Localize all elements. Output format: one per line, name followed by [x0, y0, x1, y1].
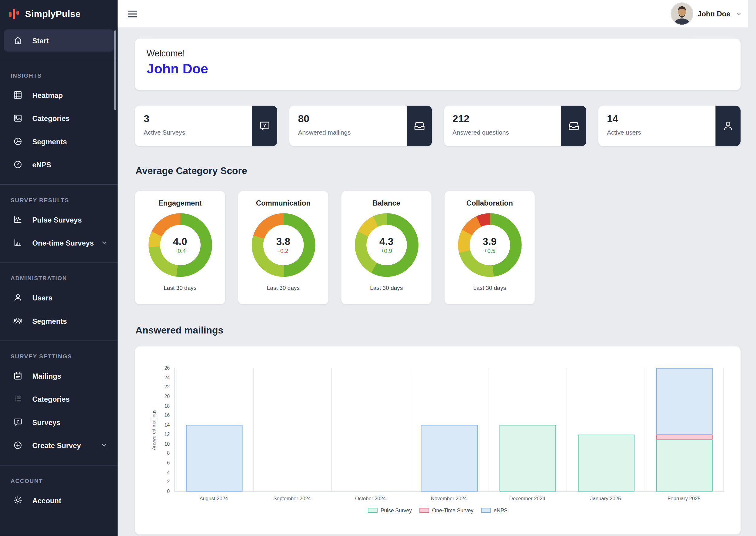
score-value: 4.0 — [173, 236, 187, 247]
y-tick-label: 4 — [167, 470, 170, 475]
sidebar-item-label: One-time Surveys — [32, 239, 94, 247]
communication-donut-chart: 3.8 -0.2 — [251, 213, 315, 277]
x-tick-label: August 2024 — [174, 495, 253, 501]
chart-legend: Pulse SurveyOne-Time SurveyeNPS — [135, 508, 741, 513]
gridline — [331, 368, 332, 491]
bar-segment — [656, 368, 713, 434]
sidebar-item-label: Segments — [32, 137, 67, 146]
plus-circle-icon — [13, 441, 23, 450]
score-value: 3.8 — [276, 236, 290, 247]
y-tick-label: 16 — [164, 413, 170, 418]
sidebar-scrollbar-thumb[interactable] — [114, 30, 116, 110]
score-period: Last 30 days — [238, 285, 329, 291]
chevron-down-icon — [735, 10, 742, 17]
sidebar-section-survey-settings: SURVEY SETTINGS — [0, 341, 117, 364]
bar-segment — [578, 434, 634, 491]
donut-center: 4.3 +0.9 — [366, 225, 407, 265]
stat-card-answered-questions: 212 Answered questions — [444, 106, 586, 146]
sidebar-item-users[interactable]: Users — [4, 286, 114, 309]
y-tick-label: 22 — [164, 384, 170, 389]
x-tick-label: October 2024 — [331, 495, 410, 501]
sidebar-item-pulse-surveys[interactable]: Pulse Surveys — [4, 208, 114, 231]
sidebar-item-categories-settings[interactable]: Categories — [4, 387, 114, 411]
welcome-user-name: John Doe — [147, 61, 729, 77]
x-tick-label: November 2024 — [410, 495, 488, 501]
sidebar-item-segments-insights[interactable]: Segments — [4, 130, 114, 153]
svg-text:?: ? — [263, 122, 266, 128]
bar-segment — [656, 439, 713, 491]
score-period: Last 30 days — [135, 285, 225, 291]
sidebar-section-account: ACCOUNT — [0, 465, 117, 488]
sidebar-item-one-time-surveys[interactable]: One-time Surveys — [4, 231, 114, 254]
stat-card-active-users: 14 Active users — [598, 106, 740, 146]
gridline — [645, 368, 646, 491]
legend-item[interactable]: One-Time Survey — [420, 508, 474, 513]
sidebar-item-label: Start — [32, 36, 49, 45]
score-delta: +0.4 — [174, 248, 186, 254]
stat-value: 80 — [298, 113, 309, 124]
x-tick-label: February 2025 — [645, 495, 723, 501]
balance-donut-chart: 4.3 +0.9 — [355, 213, 418, 277]
score-card-engagement: Engagement 4.0 +0.4 Last 30 days — [135, 191, 225, 304]
y-tick-label: 26 — [164, 365, 170, 371]
sidebar-item-segments-admin[interactable]: Segments — [4, 309, 114, 332]
sidebar: SimplyPulse Start INSIGHTS Heatmap Categ… — [0, 0, 117, 536]
stat-label: Answered questions — [453, 129, 509, 136]
sidebar-section-survey-results: SURVEY RESULTS — [0, 184, 117, 208]
avatar — [671, 2, 693, 25]
app-root: SimplyPulse Start INSIGHTS Heatmap Categ… — [0, 0, 756, 536]
sidebar-item-label: Create Survey — [32, 441, 81, 449]
user-menu[interactable]: John Doe — [671, 2, 743, 25]
logo-pulse-icon — [9, 7, 20, 21]
score-delta: +0.5 — [484, 248, 495, 254]
score-card-communication: Communication 3.8 -0.2 Last 30 days — [238, 191, 329, 304]
user-icon — [13, 293, 23, 303]
sidebar-item-label: Users — [32, 293, 52, 302]
calendar-icon — [13, 371, 23, 381]
sidebar-item-surveys[interactable]: ? Surveys — [4, 411, 114, 434]
donut-center: 4.0 +0.4 — [160, 225, 200, 265]
menu-toggle-button[interactable] — [128, 10, 138, 17]
pie-chart-icon — [13, 136, 23, 146]
sidebar-item-account[interactable]: Account — [4, 489, 114, 512]
inbox-icon — [407, 106, 432, 146]
bar-segment — [421, 425, 478, 491]
logo[interactable]: SimplyPulse — [0, 0, 117, 27]
sidebar-item-label: Categories — [32, 114, 70, 122]
user-name: John Doe — [698, 10, 731, 18]
y-tick-label: 2 — [167, 479, 170, 485]
gridline — [723, 368, 724, 491]
y-tick-label: 12 — [164, 432, 170, 437]
sidebar-item-label: Mailings — [32, 372, 61, 380]
sidebar-item-enps[interactable]: eNPS — [4, 153, 114, 176]
y-tick-label: 10 — [164, 441, 170, 447]
gear-icon — [13, 495, 23, 505]
sidebar-item-label: Surveys — [32, 418, 61, 426]
sidebar-item-heatmap[interactable]: Heatmap — [4, 84, 114, 106]
app-title: SimplyPulse — [25, 9, 80, 19]
score-value: 3.9 — [483, 236, 497, 247]
heatmap-grid-icon — [13, 90, 23, 100]
home-icon — [13, 36, 23, 46]
legend-item[interactable]: Pulse Survey — [368, 508, 412, 513]
y-tick-label: 8 — [167, 451, 170, 456]
pulse-wave-icon — [13, 215, 23, 224]
bar-segment — [656, 434, 713, 439]
stat-card-answered-mailings: 80 Answered mailings — [289, 106, 432, 146]
y-tick-label: 20 — [164, 394, 170, 399]
chevron-down-icon — [100, 239, 108, 247]
legend-item[interactable]: eNPS — [481, 508, 508, 513]
bar-segment — [500, 425, 556, 491]
bar-chart-icon — [13, 238, 23, 248]
page-scrollbar[interactable] — [748, 0, 756, 536]
gridline — [488, 368, 489, 491]
legend-swatch — [420, 508, 429, 513]
y-tick-label: 18 — [164, 403, 170, 409]
sidebar-item-categories-insights[interactable]: Categories — [4, 107, 114, 130]
score-value: 4.3 — [379, 236, 393, 247]
sidebar-item-start[interactable]: Start — [4, 29, 114, 51]
svg-text:?: ? — [17, 419, 19, 423]
sidebar-item-create-survey[interactable]: Create Survey — [4, 434, 114, 456]
score-cards-row: Engagement 4.0 +0.4 Last 30 days Communi… — [135, 191, 741, 304]
sidebar-item-mailings[interactable]: Mailings — [4, 364, 114, 387]
